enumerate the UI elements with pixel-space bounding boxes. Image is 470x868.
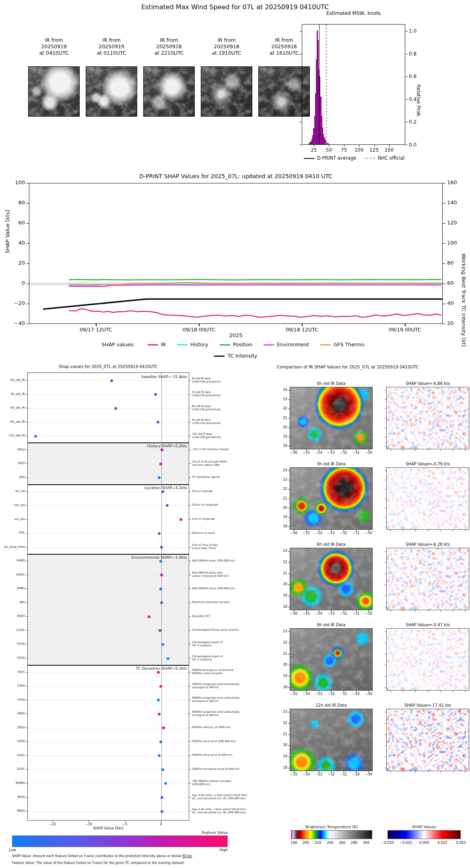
lat-tick	[288, 643, 290, 643]
lat-tick	[288, 665, 290, 665]
comparison-title: Comparison of IR SHAP Values for 2025_07…	[225, 364, 470, 369]
feature-desc-12h_old_IR: 12h old IR data(128x128 grid points)	[192, 432, 288, 439]
lat-tick-label: 18	[278, 444, 287, 448]
lon-tick-label: −56	[288, 611, 299, 615]
ir-thumbnail-label-line: 20250918	[140, 43, 198, 50]
section-divider	[28, 442, 189, 443]
lon-tick	[390, 449, 391, 451]
lon-tick	[356, 449, 357, 451]
lon-tick	[294, 691, 294, 692]
dotplot-row-tick	[26, 561, 27, 561]
lon-tick	[403, 530, 403, 531]
lon-tick	[294, 530, 294, 531]
dotplot-row-tick	[189, 783, 191, 784]
feature-desc-MPI: Maximum potential intensity	[192, 601, 288, 604]
feature-label-EPSS: EPSS	[0, 795, 25, 799]
feature-desc-DIVC: 200hPa divergence centered at850hPa vort…	[192, 668, 288, 675]
lat-tick	[385, 517, 386, 518]
ir-data-panel	[290, 467, 373, 530]
feature-desc-line: (128x128 grid points)	[192, 422, 288, 425]
lon-tick-label: −52	[326, 772, 337, 776]
timeseries-y-tick	[443, 263, 445, 264]
dotplot-x-tick	[161, 821, 161, 822]
row-gridline	[28, 492, 189, 492]
dotplot-row-tick	[189, 394, 191, 395]
shap-cb-tick-label: −0.025	[398, 841, 414, 845]
lon-tick	[356, 610, 357, 612]
shap-dot-MPI	[160, 601, 163, 604]
ir-thumbnail-label: IR from20250918at 2210UTC	[140, 37, 198, 56]
lat-tick	[288, 676, 290, 677]
shap-dot-3h_old_IR	[154, 393, 157, 396]
noise-texture	[144, 67, 195, 117]
row-gridline	[28, 506, 189, 506]
dotplot-row-tick	[26, 769, 27, 769]
lon-tick	[428, 530, 428, 531]
dotplot-x-tick-label: −5	[119, 823, 131, 826]
lat-tick	[288, 437, 290, 437]
lat-tick	[385, 654, 386, 654]
feature-label-V20C: V20C	[0, 767, 25, 771]
shap-colorbar-title: SHAP Values	[388, 825, 461, 829]
histogram-y-tick	[405, 122, 408, 122]
ir-data-panel	[290, 628, 373, 691]
lat-tick-label: 21	[278, 652, 287, 656]
histogram-x-tick	[314, 145, 314, 147]
shap-dot-DTL	[158, 532, 161, 535]
feature-desc-DTL: Distance to Land	[192, 531, 288, 535]
histogram-x-tick	[389, 145, 390, 147]
feature-desc-line: 200hPa zonal wind (200-800 km)	[192, 740, 288, 743]
timeseries-legend-label: TC Intensity	[227, 353, 257, 359]
lat-tick	[385, 562, 386, 563]
lon-tick	[294, 610, 294, 612]
lat-tick	[288, 489, 290, 490]
lon-tick-label: −55	[301, 450, 312, 455]
feature-label-CD26: CD26	[0, 642, 25, 646]
shap-dot-RSST	[148, 615, 150, 618]
row-gridline	[28, 742, 189, 742]
lat-tick-label: 22	[278, 406, 287, 410]
ir-thumbnail-image	[143, 66, 195, 117]
lon-tick-label: −49	[363, 772, 374, 776]
lat-tick-label: 19	[278, 593, 287, 597]
lat-tick	[385, 437, 386, 437]
lon-tick	[356, 530, 357, 531]
feature-label-6h_old_IR: 6h_old_IR	[0, 406, 25, 409]
timeseries-y-tick	[443, 304, 445, 304]
feature-desc-sin_local_time: Sine of Time of Day(Local Solar Time)	[192, 543, 288, 550]
feature-desc-line: The # of 6h periods VMAX	[192, 460, 288, 463]
lon-tick	[344, 530, 344, 531]
feature-desc-line: 200hPa zonal wind (0-500 km)	[192, 753, 288, 757]
dotplot-row-tick	[26, 588, 27, 589]
lat-tick	[288, 574, 290, 574]
lat-tick	[288, 480, 290, 480]
lon-tick-label: −51	[350, 611, 362, 615]
dotplot-row-tick	[26, 408, 27, 408]
row-gridline	[28, 686, 189, 687]
dotplot-row-tick	[189, 728, 191, 728]
lat-tick-label: 19	[278, 754, 287, 758]
shap-panel-title: SHAP Value=-0.79 kts	[386, 462, 469, 466]
zero-line	[161, 373, 162, 820]
lat-tick-label: 23	[278, 710, 287, 714]
shap-panel-title: SHAP Value=-0.47 kts	[386, 623, 469, 627]
lat-tick	[385, 631, 386, 632]
feature-desc-line: Avg. Δ θe (only +) btwn parcel lifted fr…	[192, 794, 288, 797]
timeseries-left-tick-label: −20	[8, 300, 25, 306]
timeseries-x-tick	[405, 324, 405, 326]
series-tc-intensity	[43, 299, 443, 309]
histogram-legend-item: NHC official	[364, 155, 404, 161]
shap-dot-U20C	[158, 754, 161, 757]
feature-desc-V850: 850hPa tangential wind azimuthallyaverag…	[192, 710, 288, 717]
lon-tick-label: −55	[301, 531, 312, 535]
timeseries-y-tick	[443, 243, 445, 244]
timeseries-title: D-PRINT SHAP Values for 2025_07L: update…	[29, 173, 443, 179]
lat-tick	[288, 471, 290, 471]
lon-tick-label: −50	[350, 692, 362, 696]
lon-tick-label: −55	[288, 772, 299, 776]
lon-tick	[403, 610, 403, 612]
dotplot-row-tick	[189, 644, 191, 644]
noise-texture	[387, 548, 469, 610]
histogram-x-tick-label: 125	[368, 147, 380, 153]
feature-desc-RHMD: 700-500hPa relative humidity(200-800 km)	[192, 780, 288, 786]
